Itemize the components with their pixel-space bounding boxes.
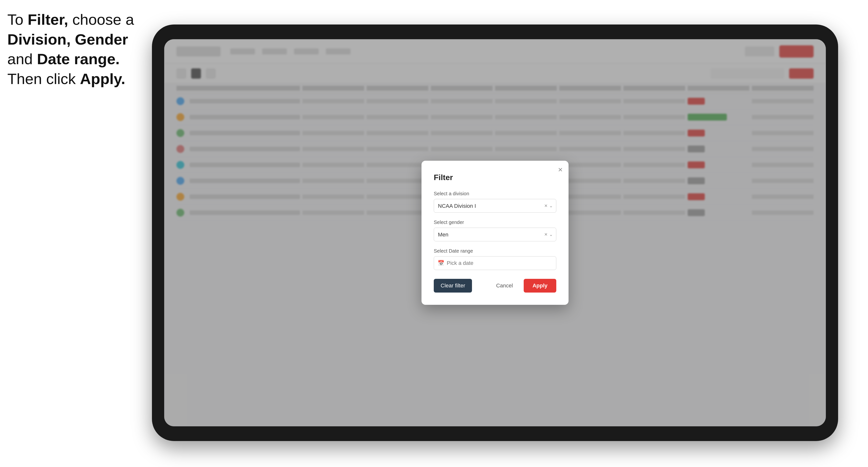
date-range-label: Select Date range [434,248,556,254]
instruction-line4: Then click Apply. [7,70,125,87]
instruction-line3: and Date range. [7,51,120,67]
division-label: Select a division [434,191,556,196]
gender-select[interactable]: Men Women [434,228,556,241]
modal-overlay: × Filter Select a division NCAA Division… [164,39,826,426]
cancel-button[interactable]: Cancel [489,279,520,292]
tablet-screen: × Filter Select a division NCAA Division… [164,39,826,426]
gender-label: Select gender [434,220,556,225]
filter-modal: × Filter Select a division NCAA Division… [422,161,568,305]
calendar-icon: 📅 [438,260,444,266]
modal-footer: Clear filter Cancel Apply [434,279,556,292]
gender-select-wrapper: Men Women × ⌄ [434,228,556,241]
clear-filter-button[interactable]: Clear filter [434,279,472,292]
date-range-wrapper: 📅 [434,256,556,270]
instruction-line1: To Filter, choose a [7,11,134,28]
instruction-text: To Filter, choose a Division, Gender and… [7,10,145,89]
division-select-wrapper: NCAA Division I NCAA Division II NCAA Di… [434,199,556,213]
tablet-frame: × Filter Select a division NCAA Division… [152,25,838,441]
date-range-input[interactable] [434,256,556,270]
gender-clear-icon[interactable]: × [544,231,548,238]
modal-close-button[interactable]: × [558,166,563,174]
modal-title: Filter [434,173,556,182]
apply-button[interactable]: Apply [524,279,556,292]
division-clear-icon[interactable]: × [544,203,548,209]
division-select[interactable]: NCAA Division I NCAA Division II NCAA Di… [434,199,556,213]
footer-right-buttons: Cancel Apply [489,279,556,292]
instruction-line2: Division, Gender [7,31,128,48]
